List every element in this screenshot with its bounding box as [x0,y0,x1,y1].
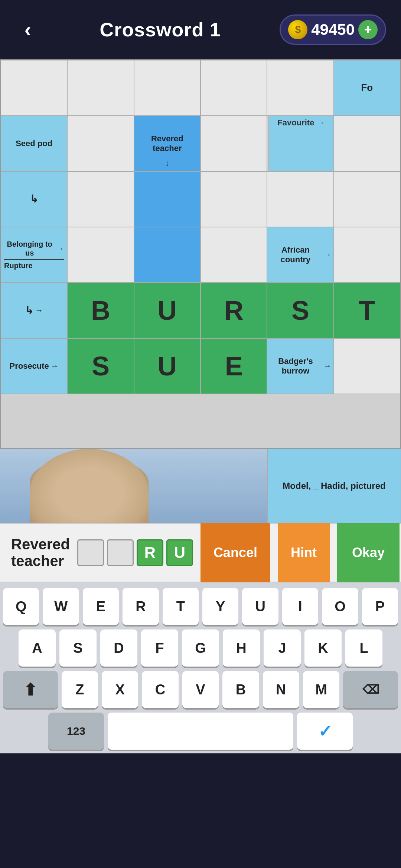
cell-r2c6[interactable] [334,116,400,171]
key-N[interactable]: N [263,671,299,708]
cell-r1c3[interactable] [134,60,200,116]
favourite-label: Favourite [277,118,314,127]
answer-boxes: R U [77,539,193,566]
cell-R[interactable]: R [200,283,267,338]
cell-favourite[interactable]: Favourite → [268,116,333,171]
back-button[interactable]: ‹ [15,17,41,43]
active-clue-text: Revered teacher [11,536,70,569]
cell-S[interactable]: S [267,283,333,338]
cell-r4c6[interactable] [334,227,400,283]
cell-r4c4[interactable] [200,227,267,283]
cell-belonging-rupture[interactable]: Belonging to us → Rupture [1,227,67,283]
cell-r3c4[interactable] [200,171,267,227]
key-R[interactable]: R [123,588,159,625]
keyboard-row-3: ⬆ Z X C V B N M ⌫ [3,671,398,708]
cell-r3c3-active[interactable] [134,171,200,227]
model-hadid-label: Model, _ Hadid, pictured [283,481,385,491]
hint-button[interactable]: Hint [278,523,330,582]
key-D[interactable]: D [100,629,137,667]
cell-r3c1-arrow: ↳ [1,171,67,227]
cell-seed-pod[interactable]: Seed pod [1,116,67,171]
key-O[interactable]: O [322,588,358,625]
letter-T: T [359,295,375,326]
cell-r2c4[interactable] [200,116,267,171]
cell-african-country[interactable]: African country → [267,227,333,283]
cell-r4c3-active[interactable] [134,227,200,283]
key-Z[interactable]: Z [62,671,98,708]
space-key[interactable] [108,713,293,750]
key-L[interactable]: L [345,629,382,667]
cell-r1c1[interactable] [1,60,67,116]
cell-r6c6[interactable] [334,338,400,394]
cell-S2[interactable]: S [67,338,134,394]
key-S[interactable]: S [59,629,97,667]
cell-r1c5[interactable] [267,60,333,116]
okay-button[interactable]: Okay [337,523,400,582]
key-U[interactable]: U [242,588,278,625]
cell-E[interactable]: E [200,338,267,394]
coins-badge: $ 49450 + [280,14,386,45]
letter-E: E [225,351,243,381]
shift-key[interactable]: ⬆ [3,671,58,708]
photo-person [30,449,149,523]
favourite-arrow: → [317,118,325,127]
keyboard-row-4: 123 ✓ [3,713,398,750]
cell-r3c2[interactable] [67,171,134,227]
confirm-key[interactable]: ✓ [297,713,353,750]
coin-amount: 49450 [311,21,355,39]
cell-r3c5[interactable] [267,171,333,227]
revered-teacher-label: Revered teacher [136,134,198,154]
key-F[interactable]: F [141,629,178,667]
key-I[interactable]: I [282,588,318,625]
back-arrow-icon: ‹ [25,18,31,42]
cell-prosecute[interactable]: Prosecute → [1,338,67,394]
cell-B[interactable]: B [67,283,134,338]
key-Q[interactable]: Q [3,588,39,625]
seed-pod-label: Seed pod [16,139,52,148]
key-M[interactable]: M [303,671,339,708]
key-V[interactable]: V [182,671,219,708]
letter-S: S [291,295,309,326]
answer-box-2[interactable] [107,539,134,566]
page-title: Crossword 1 [100,19,221,41]
cell-r1c6-truncated: Fo [334,60,400,116]
cancel-button[interactable]: Cancel [200,523,270,582]
cell-model-hadid[interactable]: Model, _ Hadid, pictured [267,449,401,523]
cell-r1c2[interactable] [67,60,134,116]
key-B[interactable]: B [222,671,259,708]
backspace-key[interactable]: ⌫ [343,671,398,708]
key-X[interactable]: X [102,671,138,708]
add-coins-button[interactable]: + [358,20,378,39]
african-country-label: African country [269,245,322,265]
cell-r3c6[interactable] [334,171,400,227]
key-Y[interactable]: Y [202,588,238,625]
photo-area: Model, _ Hadid, pictured [0,449,401,523]
key-G[interactable]: G [182,629,219,667]
cell-U2[interactable]: U [134,338,200,394]
answer-box-4[interactable]: U [166,539,193,566]
answer-box-1[interactable] [77,539,104,566]
keyboard-row-1: Q W E R T Y U I O P [3,588,398,625]
key-T[interactable]: T [163,588,199,625]
rupture-label: Rupture [4,261,33,270]
cell-r2c2[interactable] [67,116,134,171]
cell-badgers-burrow[interactable]: Badger's burrow → [267,338,333,394]
key-H[interactable]: H [223,629,260,667]
key-K[interactable]: K [304,629,342,667]
key-C[interactable]: C [142,671,178,708]
key-J[interactable]: J [264,629,301,667]
letter-S2: S [92,351,110,381]
key-W[interactable]: W [43,588,79,625]
answer-box-3[interactable]: R [137,539,163,566]
cell-T[interactable]: T [334,283,400,338]
key-P[interactable]: P [362,588,398,625]
prosecute-label: Prosecute [9,361,49,371]
keyboard-row-2: A S D F G H J K L [3,629,398,667]
cell-r4c2[interactable] [67,227,134,283]
numbers-key[interactable]: 123 [48,713,104,750]
cell-U[interactable]: U [134,283,200,338]
cell-r1c4[interactable] [200,60,267,116]
cell-revered-teacher[interactable]: Revered teacher [134,116,200,171]
key-E[interactable]: E [83,588,119,625]
key-A[interactable]: A [19,629,56,667]
